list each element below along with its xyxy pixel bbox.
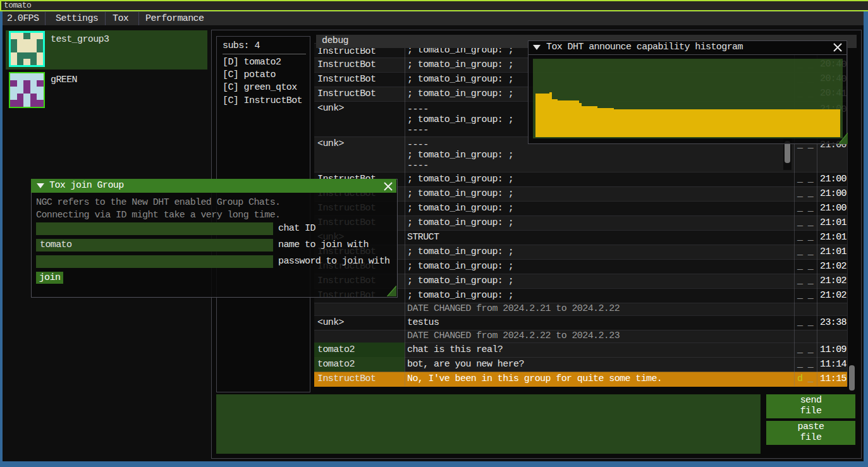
svg-text:20:40: 20:40 [820, 59, 843, 70]
svg-text:20:41: 20:41 [820, 88, 843, 99]
svg-text:20:40: 20:40 [820, 73, 843, 84]
